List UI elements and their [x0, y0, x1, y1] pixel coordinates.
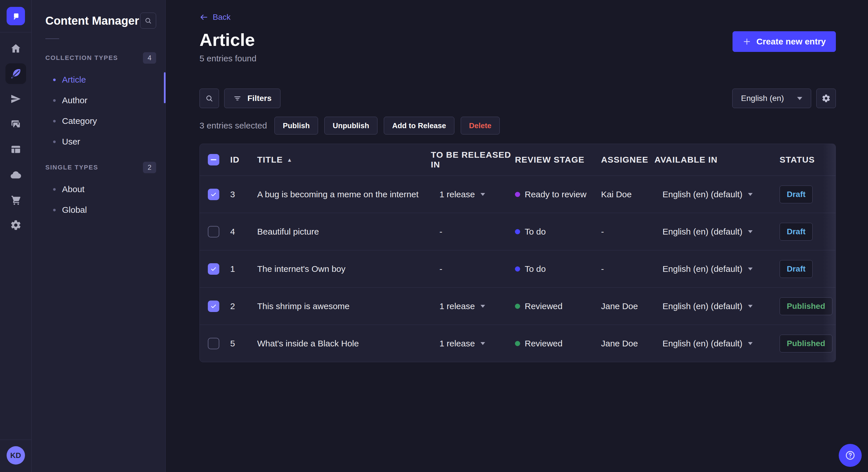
gear-icon [822, 94, 831, 103]
release-select[interactable]: 1 release [431, 190, 515, 199]
table-search-button[interactable] [199, 89, 219, 108]
single-types-heading: SINGLE TYPES [45, 164, 98, 171]
page-title: Article [199, 30, 256, 49]
cart-icon [10, 194, 22, 206]
cell-title: Beautiful picture [257, 227, 431, 237]
cell-id: 4 [227, 227, 257, 237]
nav-media-library-button[interactable] [5, 114, 26, 134]
cell-assignee: - [601, 264, 654, 274]
status-badge: Published [780, 335, 832, 352]
select-all-checkbox[interactable] [208, 154, 219, 165]
delete-button[interactable]: Delete [461, 117, 500, 134]
entries-count: 5 entries found [199, 54, 256, 63]
create-new-entry-button[interactable]: Create new entry [733, 31, 836, 52]
check-icon [210, 191, 217, 198]
sidebar-search-button[interactable] [140, 12, 156, 29]
cell-title: A bug is becoming a meme on the internet [257, 190, 431, 199]
nav-home-button[interactable] [5, 38, 26, 59]
sidebar-divider [45, 38, 59, 39]
create-new-entry-label: Create new entry [756, 37, 826, 46]
collection-types-count-badge: 4 [143, 52, 156, 64]
bullet-icon [53, 120, 56, 123]
table-row[interactable]: 4 Beautiful picture - To do - English (e… [200, 213, 836, 250]
locale-select-value: English (en) [741, 94, 784, 103]
arrow-left-icon [199, 13, 208, 22]
row-checkbox[interactable] [208, 226, 219, 237]
sidebar-item-user[interactable]: User [32, 131, 165, 152]
cell-id: 3 [227, 190, 257, 199]
rail-bottom-divider [0, 440, 32, 440]
publish-button[interactable]: Publish [274, 117, 318, 134]
strapi-logo[interactable] [7, 7, 25, 25]
view-settings-button[interactable] [816, 89, 836, 108]
filters-button[interactable]: Filters [224, 89, 280, 108]
stage-dot-icon [515, 192, 520, 197]
status-badge: Draft [780, 186, 813, 203]
help-button[interactable] [839, 444, 862, 467]
table-row[interactable]: 3 A bug is becoming a meme on the intern… [200, 175, 836, 213]
chevron-down-icon [480, 342, 485, 345]
status-badge: Draft [780, 260, 813, 278]
table-row[interactable]: 1 The internet's Own boy - To do - Engli… [200, 250, 836, 287]
rail-divider [0, 32, 32, 32]
main-content: Back Article 5 entries found Create new … [166, 0, 868, 472]
cell-assignee: Jane Doe [601, 301, 654, 311]
sidebar-item-article[interactable]: Article [32, 69, 165, 90]
release-select[interactable]: 1 release [431, 301, 515, 311]
row-checkbox[interactable] [208, 301, 219, 312]
user-avatar[interactable]: KD [7, 446, 25, 465]
chevron-down-icon [480, 305, 485, 308]
table-row[interactable]: 2 This shrimp is awesome 1 release Revie… [200, 287, 836, 325]
stage-dot-icon [515, 304, 520, 309]
chevron-down-icon [748, 268, 753, 270]
sidebar-item-author[interactable]: Author [32, 90, 165, 111]
cloud-icon [10, 169, 22, 181]
locale-cell-select[interactable]: English (en) (default) [654, 339, 780, 348]
strapi-logo-icon [10, 11, 21, 22]
cell-id: 2 [227, 301, 257, 311]
unpublish-button[interactable]: Unpublish [324, 117, 377, 134]
home-icon [10, 43, 22, 54]
locale-cell-select[interactable]: English (en) (default) [654, 301, 780, 311]
row-checkbox[interactable] [208, 263, 219, 275]
add-to-release-button[interactable]: Add to Release [384, 117, 454, 134]
locale-cell-select[interactable]: English (en) (default) [654, 264, 780, 274]
cell-review-stage: Ready to review [515, 190, 601, 199]
locale-select[interactable]: English (en) [732, 89, 811, 108]
cell-assignee: Kai Doe [601, 190, 654, 199]
column-header-id[interactable]: ID [227, 155, 257, 165]
cell-review-stage: To do [515, 227, 601, 237]
cell-assignee: - [601, 227, 654, 237]
icon-rail: KD [0, 0, 32, 472]
feather-icon [10, 68, 22, 80]
nav-marketplace-button[interactable] [5, 190, 26, 210]
sidebar-item-global[interactable]: Global [32, 200, 165, 220]
column-header-to-be-released-in: TO BE RELEASED IN [431, 150, 515, 169]
nav-content-manager-button[interactable] [5, 63, 26, 84]
entries-table: ID TITLE ▲ TO BE RELEASED IN REVIEW STAG… [199, 144, 836, 362]
status-badge: Draft [780, 223, 813, 241]
sidebar-item-about[interactable]: About [32, 179, 165, 200]
locale-cell-select[interactable]: English (en) (default) [654, 227, 780, 237]
cell-review-stage: Reviewed [515, 339, 601, 348]
nav-deploy-button[interactable] [5, 164, 26, 185]
locale-cell-select[interactable]: English (en) (default) [654, 190, 780, 199]
sidebar-item-category[interactable]: Category [32, 111, 165, 131]
table-row[interactable]: 5 What's inside a Black Hole 1 release R… [200, 325, 836, 362]
nav-content-type-builder-button[interactable] [5, 139, 26, 160]
nav-releases-button[interactable] [5, 89, 26, 109]
chevron-down-icon [748, 193, 753, 196]
column-header-title[interactable]: TITLE ▲ [257, 155, 431, 165]
cell-title: This shrimp is awesome [257, 301, 431, 311]
back-link[interactable]: Back [199, 12, 230, 22]
status-badge: Published [780, 297, 832, 315]
row-checkbox[interactable] [208, 338, 219, 349]
send-icon [10, 93, 22, 105]
bullet-icon [53, 209, 56, 211]
column-header-status: STATUS [780, 155, 836, 165]
sidebar-item-label: About [62, 184, 84, 194]
row-checkbox[interactable] [208, 189, 219, 200]
nav-settings-button[interactable] [5, 215, 26, 235]
release-select[interactable]: 1 release [431, 339, 515, 348]
rail-nav [5, 36, 26, 238]
